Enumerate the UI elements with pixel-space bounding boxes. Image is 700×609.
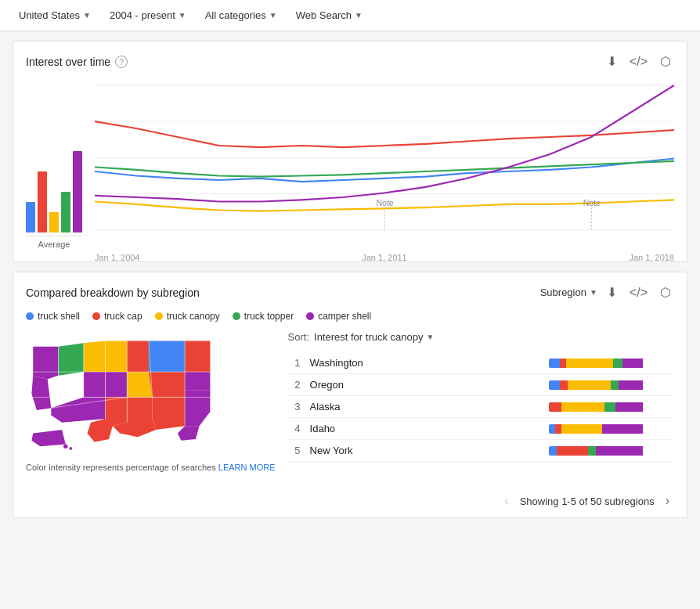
seg-yellow xyxy=(566,359,613,368)
rank-name-oregon: Oregon xyxy=(310,379,539,391)
seg-purple xyxy=(619,380,643,390)
svg-marker-21 xyxy=(106,397,128,419)
bar-truck-cap xyxy=(38,171,47,232)
svg-marker-26 xyxy=(149,372,185,397)
map-section: Color intensity represents percentage of… xyxy=(26,331,276,472)
legend-label-truck-cap: truck cap xyxy=(104,311,143,322)
seg-blue xyxy=(549,380,560,390)
seg-blue xyxy=(549,359,560,368)
breakdown-right-actions: Subregion ▼ ⬇ </> ⬡ xyxy=(540,283,674,301)
seg-green xyxy=(611,380,619,390)
svg-marker-28 xyxy=(185,372,210,390)
legend-truck-cap: truck cap xyxy=(92,311,143,322)
rank-num-2: 2 xyxy=(288,379,301,391)
seg-red xyxy=(549,402,561,412)
legend-dot-truck-shell xyxy=(26,312,34,320)
interest-panel-title: Interest over time ? xyxy=(26,56,128,68)
subregion-label: Subregion xyxy=(540,286,586,298)
breakdown-title: Compared breakdown by subregion xyxy=(26,286,200,299)
embed-button[interactable]: </> xyxy=(626,52,651,70)
rank-name-newyork: New York xyxy=(310,445,539,456)
svg-marker-17 xyxy=(84,372,106,397)
download-button[interactable]: ⬇ xyxy=(604,52,620,70)
rank-bar-newyork xyxy=(549,446,674,456)
svg-marker-23 xyxy=(127,372,152,397)
seg-green xyxy=(613,359,622,368)
chart-area: Average 100 75 50 25 xyxy=(13,77,687,261)
share-button[interactable]: ⬡ xyxy=(657,52,674,70)
svg-marker-22 xyxy=(127,341,149,372)
breakdown-embed-button[interactable]: </> xyxy=(626,284,651,301)
rank-row-2: 2 Oregon xyxy=(288,374,674,396)
legend-dot-truck-cap xyxy=(92,312,100,320)
rank-bar-oregon xyxy=(549,380,674,390)
seg-red xyxy=(560,380,568,390)
legend-dot-camper-shell xyxy=(306,312,314,320)
svg-marker-15 xyxy=(31,376,51,410)
x-label-2011: Jan 1, 2011 xyxy=(362,253,407,262)
x-label-2004: Jan 1, 2004 xyxy=(95,253,140,262)
bar-truck-shell xyxy=(26,202,35,232)
legend-dot-truck-canopy xyxy=(155,312,163,320)
period-arrow-icon: ▼ xyxy=(179,11,186,20)
seg-green xyxy=(604,402,615,412)
seg-red xyxy=(555,424,561,434)
svg-marker-30 xyxy=(185,390,210,426)
line-chart: 100 75 50 25 Note Note xyxy=(95,77,674,249)
prev-page-button[interactable]: ‹ xyxy=(500,492,513,510)
learn-more-link[interactable]: LEARN MORE xyxy=(218,463,276,472)
breakdown-content: Color intensity represents percentage of… xyxy=(13,331,687,485)
legend-label-camper-shell: camper shell xyxy=(318,311,371,322)
region-arrow-icon: ▼ xyxy=(83,11,91,20)
search-type-dropdown[interactable]: Web Search ▼ xyxy=(290,6,369,24)
sort-value: Interest for truck canopy xyxy=(314,331,423,343)
region-dropdown[interactable]: United States ▼ xyxy=(13,6,97,24)
us-map-svg xyxy=(26,331,214,452)
search-type-label: Web Search xyxy=(296,9,352,21)
top-bar: United States ▼ 2004 - present ▼ All cat… xyxy=(0,0,700,31)
breakdown-share-button[interactable]: ⬡ xyxy=(657,283,674,301)
svg-marker-32 xyxy=(178,426,200,440)
interest-panel-actions: ⬇ </> ⬡ xyxy=(604,52,674,70)
seg-yellow xyxy=(561,402,604,412)
rank-name-alaska: Alaska xyxy=(310,401,539,413)
svg-marker-25 xyxy=(149,341,185,372)
sort-arrow-icon: ▼ xyxy=(426,333,434,341)
bar-truck-canopy xyxy=(49,212,59,232)
svg-point-36 xyxy=(69,447,72,450)
seg-red xyxy=(557,446,588,456)
interest-panel: Interest over time ? ⬇ </> ⬡ Average xyxy=(13,41,687,262)
interest-title-text: Interest over time xyxy=(26,56,110,68)
rank-bar-alaska xyxy=(549,402,674,412)
color-note-text: Color intensity represents percentage of… xyxy=(26,463,216,472)
categories-dropdown[interactable]: All categories ▼ xyxy=(199,6,283,24)
breakdown-panel: Compared breakdown by subregion Subregio… xyxy=(13,272,687,518)
svg-marker-14 xyxy=(59,343,84,376)
seg-purple xyxy=(602,424,643,434)
svg-marker-18 xyxy=(106,341,128,372)
seg-red xyxy=(560,359,566,368)
next-page-button[interactable]: › xyxy=(661,492,674,510)
seg-blue xyxy=(549,446,557,456)
help-icon[interactable]: ? xyxy=(115,56,128,68)
svg-point-35 xyxy=(63,444,68,449)
seg-yellow xyxy=(561,424,602,434)
x-axis-labels: Jan 1, 2004 Jan 1, 2011 Jan 1, 2018 xyxy=(95,251,674,262)
legend-truck-canopy: truck canopy xyxy=(155,311,220,322)
breakdown-download-button[interactable]: ⬇ xyxy=(604,283,620,301)
sort-dropdown[interactable]: Interest for truck canopy ▼ xyxy=(314,331,434,343)
period-dropdown[interactable]: 2004 - present ▼ xyxy=(103,6,193,24)
rank-num-4: 4 xyxy=(288,423,301,434)
rank-row-4: 4 Idaho xyxy=(288,418,674,440)
region-label: United States xyxy=(19,9,80,21)
average-label: Average xyxy=(38,240,70,249)
interest-panel-header: Interest over time ? ⬇ </> ⬡ xyxy=(13,41,687,77)
svg-marker-29 xyxy=(153,397,186,430)
subregion-dropdown[interactable]: Subregion ▼ xyxy=(540,286,597,298)
line-chart-svg: 100 75 50 25 Note Note xyxy=(95,77,674,249)
seg-purple xyxy=(622,359,643,368)
legend-truck-topper: truck topper xyxy=(233,311,294,322)
svg-marker-34 xyxy=(31,430,65,446)
sort-row: Sort: Interest for truck canopy ▼ xyxy=(288,331,674,343)
rank-name-idaho: Idaho xyxy=(310,423,539,434)
